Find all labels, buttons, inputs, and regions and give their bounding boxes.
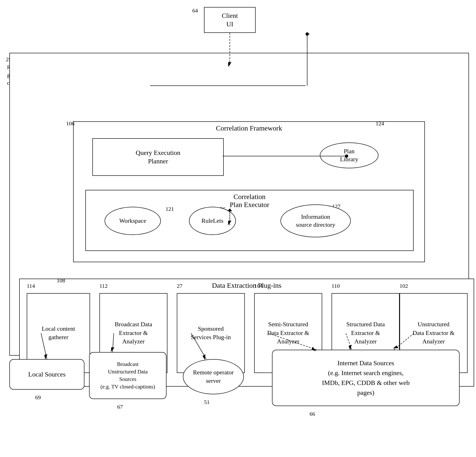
workspace-oval: Workspace (105, 207, 161, 235)
label-112: 112 (99, 283, 108, 289)
correlation-framework-box: Correlation Framework 118 Query Executio… (73, 121, 425, 262)
remote-operator-oval: Remote operator server (183, 359, 244, 394)
label-64: 64 (192, 8, 198, 14)
plan-library-oval: Plan Library (320, 142, 378, 168)
label-27: 27 (177, 283, 182, 289)
rulelets-oval: RuleLets (189, 207, 236, 235)
plugin-unstructured-label: Unstructured Data Extractor & Analyzer (412, 320, 454, 346)
svg-point-7 (306, 32, 309, 36)
cpe-title: Correlation Plan Executor (86, 193, 413, 209)
broadcast-sources-label: Broadcast Unstructured Data Sources (e.g… (101, 360, 155, 391)
internet-sources-label: Internet Data Sources (e.g. Internet sea… (322, 358, 410, 398)
qep-box: Query Execution Planner (92, 138, 224, 176)
label-69: 69 (35, 394, 41, 401)
internet-sources-box: Internet Data Sources (e.g. Internet sea… (272, 350, 459, 406)
label-121: 121 (166, 206, 174, 212)
label-110: 110 (332, 283, 340, 289)
plugin-semi-label: Semi-Structured Data Extractor & Analyze… (267, 320, 309, 346)
label-51: 51 (204, 399, 210, 405)
label-114: 114 (27, 283, 35, 289)
rulelets-label: RuleLets (201, 217, 223, 224)
client-ui-box: Client UI (204, 7, 255, 33)
client-ui-label: Client UI (222, 11, 238, 29)
qep-label: Query Execution Planner (136, 149, 180, 166)
label-104: 104 (254, 283, 263, 289)
label-124: 124 (376, 120, 384, 127)
remote-operator-label: Remote operator server (193, 368, 234, 385)
diagram-container: Client UI 64 25 Related-data generator c… (0, 0, 476, 457)
isd-label: Information source directory (296, 213, 335, 229)
plugin-sponsored-label: Sponsored Services Plug-in (191, 325, 231, 342)
plugin-local-label: Local content gatherer (42, 325, 75, 342)
label-67: 67 (117, 404, 123, 410)
local-sources-label: Local Sources (28, 371, 65, 378)
cpe-box: Correlation Plan Executor 121 Workspace … (85, 190, 414, 251)
label-108: 108 (57, 277, 65, 284)
label-102: 102 (400, 283, 408, 289)
isd-oval: Information source directory (280, 204, 351, 237)
plugin-structured-label: Structured Data Extractor & Analyzer (346, 320, 385, 346)
correlation-framework-title: Correlation Framework (74, 124, 425, 132)
plugin-broadcast-label: Broadcast Data Extractor & Analyzer (115, 320, 152, 346)
broadcast-sources-box: Broadcast Unstructured Data Sources (e.g… (89, 352, 167, 399)
local-sources-box: Local Sources (9, 359, 85, 390)
label-66: 66 (309, 411, 315, 417)
workspace-label: Workspace (119, 217, 146, 224)
plan-library-label: Plan Library (340, 147, 358, 163)
label-106: 106 (66, 120, 75, 127)
outer-box: Correlation Framework 118 Query Executio… (9, 53, 469, 356)
